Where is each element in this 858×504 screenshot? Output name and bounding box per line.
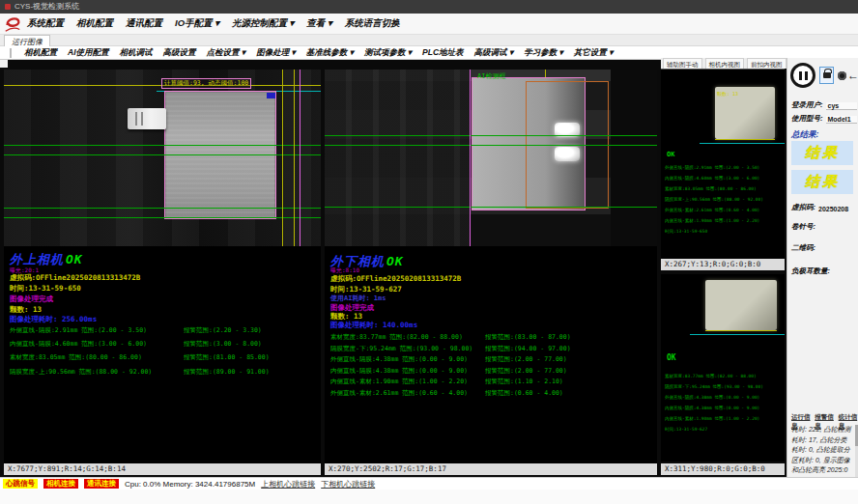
barcode-row: 虚拟码: 20250208 [791,203,848,212]
readout-line: 外侧直线-隔膜:2.91mm 范围:(2.00 - 3.50) [665,162,763,173]
toolbar-item[interactable]: 基准线参数 ▾ [306,47,354,59]
measurement-alarm: 报警范围:(1.10 - 2.10) [485,378,563,386]
toolbar-item[interactable]: 相机调试 [120,47,153,59]
measurement-alarm: 报警范围:(2.00 - 77.00) [485,355,567,364]
aux-view-top[interactable]: 颗数: 13 OK 外侧直线-隔膜:2.91mm 范围:(2.00 - 3.50… [661,70,785,259]
measurement-label: 外侧直线-隔膜:2.91mm 范围:(2.00 - 3.50) [10,326,147,335]
toolbar-grip-icon [10,48,12,58]
model-label: 使用型号: [791,114,823,124]
menu-item[interactable]: 系统语言切换 [345,17,400,30]
toolbar-item[interactable]: AI使用配置 [68,47,109,59]
measurement-row: 内侧直线-隔膜:4.60mm 范围:(3.00 - 6.00) 报警范围:(3.… [10,340,319,353]
toolbar-item[interactable]: 点检设置 ▾ [207,47,246,59]
left-camera-panel[interactable]: 计算阈值:93, 动态阈值:100 外上相机OK 曝光:20:1 虚拟码:OFF… [4,70,321,463]
menu-item[interactable]: IO手配置 ▾ [175,17,219,30]
readout-line: 外侧直线-素材:2.61mm 范围:(0.60 - 4.00) [665,205,763,215]
aux-tab[interactable]: 辅助图手动 [663,58,702,69]
toolbar-items: 相机配置 AI使用配置 相机调试 高级设置 点检设置 ▾ 图像处理 ▾ 基准线参… [24,47,613,59]
count-overlay: 颗数: 13 [717,91,738,97]
menu-item[interactable]: 查看 ▾ [306,17,331,30]
cpu-memory-text: Cpu: 0.0% Memory: 3424.41796875M [125,480,255,489]
readout-line: 内侧直线-隔膜:4.60mm 范围:(3.00 - 6.00) [665,173,763,183]
title-bar: CYS-视觉检测系统 [0,0,858,14]
middle-camera-image: AI检测框 [325,70,657,246]
threshold-overlay-label: 计算阈值:93, 动态阈值:100 [161,78,251,89]
status-ok: OK [66,252,83,266]
lock-button[interactable] [819,67,834,84]
barcode-text: 虚拟码:OFFline2025020813313472B [330,274,461,284]
menu-item[interactable]: 通讯配置 [126,17,162,30]
magenta-edge-line [470,70,471,246]
result-badge-bottom: 结果 [791,170,853,194]
status-bar: 心跳信号 相机连接 通讯连接 Cpu: 0.0% Memory: 3424.41… [0,477,858,490]
measurement-label: 内侧直线-隔膜:4.60mm 范围:(3.00 - 6.00) [10,340,147,349]
dark-region [611,70,657,246]
model-field[interactable]: Model1 [826,116,857,124]
barcode-value: 20250208 [818,206,848,212]
green-measure-line [325,135,657,136]
app-icon [5,4,11,10]
measurement-label: 素材宽度:83.05mm 范围:(80.00 - 86.00) [10,353,142,362]
measurement-row: 素材宽度:83.77mm 范围:(82.00 - 88.00) 报警范围:(83… [330,333,655,345]
menu-item[interactable]: 相机配置 [76,17,113,30]
elapsed-text: 图像处理耗时: 140.00ms [330,321,417,330]
model-row: 使用型号: Model1 [791,114,857,124]
heartbeat-badge: 心跳信号 [3,479,38,489]
corner-chip [0,60,8,68]
window-footer [0,490,858,504]
aux-view-tabs: 辅助图手动 相机内视图 前扣内视图 [661,58,785,70]
toolbar-item[interactable]: 相机配置 [24,47,57,59]
bright-part-blob [705,280,777,330]
status-ok: OK [667,151,674,158]
measurement-label: 内侧直线-素材:1.90mm 范围:(1.00 - 2.20) [330,378,468,386]
aux-bottom-readout: 素材宽度:83.77mm 范围:(82.00 - 88.00)隔膜宽度-下:95… [665,371,763,434]
upper-camera-heartbeat-link[interactable]: 上相机心跳链接 [261,479,315,490]
login-field[interactable]: cys [826,102,857,110]
camera-icon [838,71,846,80]
readout-line: 隔膜宽度-上:90.56mm 范围:(88.00 - 92.00) [665,194,763,205]
middle-camera-panel[interactable]: AI检测框 外下相机OK 曝光:8:10 虚拟码:OFFline20250208… [325,70,657,463]
measurement-alarm: 报警范围:(0.60 - 4.00) [485,389,563,398]
back-button[interactable]: ← [847,67,858,84]
measurement-alarm: 报警范围:(81.00 - 85.00) [184,353,270,362]
toolbar-item[interactable]: PLC地址表 [422,47,464,59]
aux-tab[interactable]: 相机内视图 [705,58,745,69]
green-measure-line [4,208,321,209]
menu-items: 系统配置 相机配置 通讯配置 IO手配置 ▾ 光源控制配置 ▾ 查看 ▾ 系统语… [27,17,400,30]
login-row: 登录用户: cys [791,100,857,110]
image-texture [325,70,470,246]
measurement-alarm: 报警范围:(2.00 - 77.00) [485,367,567,376]
measurement-row: 外侧直线-隔膜:4.38mm 范围:(0.00 - 9.00) 报警范围:(2.… [330,355,655,367]
toolbar-item[interactable]: 图像处理 ▾ [256,47,296,59]
menu-item[interactable]: 光源控制配置 ▾ [232,17,294,30]
pause-icon [805,71,808,80]
toolbar-item[interactable]: 高级调试 ▾ [474,47,514,59]
measurement-alarm: 报警范围:(2.20 - 3.30) [184,326,262,335]
right-sidebar: ← 登录用户: cys 使用型号: Model1 总结果: 结果 结果 虚拟码:… [786,58,858,504]
pause-button[interactable] [790,63,815,88]
aux-view-bottom[interactable]: OK 素材宽度:83.77mm 范围:(82.00 - 88.00)隔膜宽度-下… [661,274,785,462]
measurement-row: 内侧直线-隔膜:4.38mm 范围:(0.00 - 9.00) 报警范围:(2.… [330,367,655,378]
qr-label: 二维码: [791,243,815,253]
measurement-alarm: 报警范围:(83.00 - 87.00) [485,333,571,342]
menu-item[interactable]: 系统配置 [27,17,64,30]
status-ok: OK [667,353,676,362]
view-tab-row: 运行图像 [0,35,858,46]
login-label: 登录用户: [791,100,823,110]
toolbar-item[interactable]: 高级设置 [163,47,196,59]
aux-tab[interactable]: 前扣内视图 [747,58,786,69]
magenta-edge-line [300,70,300,246]
toolbar-item[interactable]: 测试项参数 ▾ [364,47,412,59]
toolbar-item[interactable]: 其它设置 ▾ [574,47,614,59]
count-text: 颗数: 13 [10,305,42,315]
brand-logo-icon [3,14,22,34]
lower-camera-heartbeat-link[interactable]: 下相机心跳链接 [321,479,375,490]
yellow-guide-line [705,330,777,331]
toolbar-item[interactable]: 学习参数 ▾ [524,47,563,59]
comm-connect-badge: 通讯连接 [84,479,119,489]
measurement-row: 外侧直线-素材:2.61mm 范围:(0.60 - 4.00) 报警范围:(0.… [330,389,655,401]
green-measure-line [325,207,657,208]
green-measure-line [4,154,321,155]
measurement-label: 隔膜宽度-下:95.24mm 范围:(93.00 - 98.00) [330,345,472,353]
camera-button[interactable] [836,67,847,84]
